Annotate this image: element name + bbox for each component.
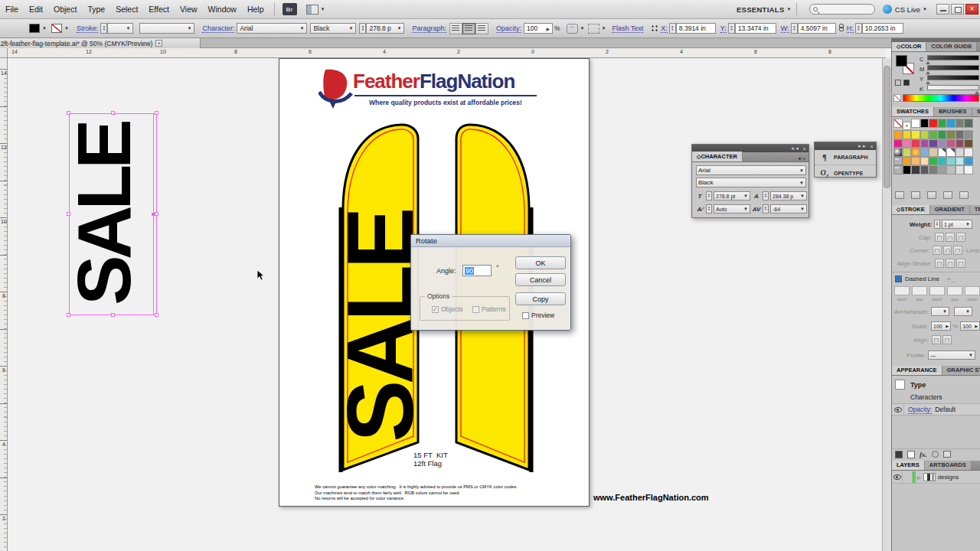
selection-handle[interactable] <box>67 212 70 216</box>
dash-input[interactable] <box>894 286 910 295</box>
opacity-input[interactable]: 100▶ <box>524 23 553 34</box>
channel-slider[interactable] <box>927 75 979 80</box>
char-leading-select[interactable]: 284.38 p▼ <box>770 191 807 201</box>
x-stepper[interactable]: ▲▼ <box>669 23 676 34</box>
h-stepper[interactable]: ▲▼ <box>855 23 862 34</box>
duplicate-item-icon[interactable] <box>943 451 951 458</box>
swatch[interactable] <box>956 119 965 128</box>
color-spectrum-bar[interactable] <box>903 94 979 102</box>
visibility-cell[interactable] <box>892 404 904 415</box>
swatch[interactable] <box>893 139 903 148</box>
font-size-select[interactable]: 278.8 p▼ <box>366 23 404 34</box>
fill-color-swatch[interactable] <box>29 24 40 33</box>
font-style-select[interactable]: Black▼ <box>310 23 356 34</box>
collapse-icon[interactable]: ◄◄ <box>790 146 799 151</box>
align-center-button[interactable] <box>462 23 475 34</box>
char-kerning-stepper[interactable]: ▲▼ <box>706 204 712 214</box>
reference-point-icon[interactable] <box>651 24 659 33</box>
menu-file[interactable]: File <box>0 0 24 19</box>
opacity-label[interactable]: Opacity: <box>496 24 521 33</box>
tab-character[interactable]: CHARACTER <box>692 152 743 161</box>
corner-bevel-button[interactable] <box>953 246 962 255</box>
appearance-opacity-link[interactable]: Opacity: <box>908 406 932 414</box>
char-tracking-stepper[interactable]: ▲▼ <box>763 204 769 214</box>
swatch[interactable] <box>903 139 912 148</box>
gap-input[interactable] <box>912 286 927 295</box>
cap-projecting-button[interactable] <box>956 233 965 242</box>
menu-help[interactable]: Help <box>242 0 270 19</box>
swatch[interactable] <box>946 148 956 157</box>
swatch[interactable] <box>911 130 920 139</box>
h-input[interactable]: 10.2653 in <box>862 23 903 34</box>
cancel-button[interactable]: Cancel <box>515 273 566 286</box>
search-input[interactable] <box>809 4 875 15</box>
new-swatch-icon[interactable] <box>959 191 969 199</box>
swatch[interactable] <box>929 119 938 128</box>
cap-round-button[interactable] <box>946 233 955 242</box>
channel-slider[interactable] <box>927 65 979 70</box>
paragraph-panel-button[interactable]: ¶ PARAGRAPH <box>815 150 876 165</box>
swatch[interactable] <box>911 157 920 166</box>
swatch[interactable] <box>938 165 947 174</box>
arrowhead-end-select[interactable]: ▼ <box>954 307 972 316</box>
tab-appearance[interactable]: APPEARANCE <box>892 366 942 375</box>
swatch[interactable] <box>903 148 912 157</box>
scale-end-input[interactable]: 100▶ <box>960 321 980 331</box>
swatch[interactable] <box>938 157 947 166</box>
close-icon[interactable]: ✕ <box>802 146 806 152</box>
clear-appearance-icon[interactable] <box>932 451 939 458</box>
layer-visibility-toggle[interactable] <box>892 471 903 483</box>
swatch[interactable] <box>929 130 938 139</box>
flash-text-button[interactable]: Flash Text <box>612 24 643 33</box>
swatch[interactable] <box>929 165 938 174</box>
bridge-icon[interactable]: Br <box>283 3 297 15</box>
channel-slider[interactable] <box>927 55 979 60</box>
new-fill-icon[interactable] <box>907 451 915 458</box>
new-effect-icon[interactable]: fx. <box>920 451 927 458</box>
dash-input[interactable] <box>929 286 945 295</box>
w-label[interactable]: W: <box>781 24 789 33</box>
panel-menu-icon[interactable]: ▼≡ <box>797 156 808 161</box>
slider-handle[interactable] <box>926 61 930 64</box>
slider-handle[interactable] <box>926 81 930 84</box>
align-right-button[interactable] <box>475 23 488 34</box>
paragraph-panel-titlebar[interactable]: ►►✕ <box>815 142 876 150</box>
cap-butt-button[interactable] <box>935 233 944 242</box>
vertical-scrollbar[interactable] <box>882 58 891 551</box>
copy-button[interactable]: Copy <box>515 292 566 305</box>
constrain-proportions-icon[interactable] <box>838 24 844 33</box>
profile-select[interactable]: —▼ <box>928 350 975 360</box>
y-label[interactable]: Y: <box>720 24 727 33</box>
swatch[interactable] <box>964 148 973 157</box>
layer-lock-cell[interactable] <box>903 471 913 483</box>
character-label[interactable]: Character: <box>202 24 234 33</box>
swatch[interactable] <box>911 148 920 157</box>
swatch[interactable] <box>920 119 929 128</box>
swatch[interactable] <box>893 130 903 139</box>
menu-object[interactable]: Object <box>48 0 82 19</box>
x-label[interactable]: X: <box>661 24 668 33</box>
swatch[interactable] <box>929 139 938 148</box>
stroke-profile-select[interactable]: ▼ <box>139 23 194 34</box>
close-button[interactable] <box>965 4 978 15</box>
swatch[interactable] <box>920 148 929 157</box>
swatch[interactable] <box>903 157 912 166</box>
corner-round-button[interactable] <box>943 246 952 255</box>
angle-input[interactable]: 90 <box>462 265 492 276</box>
swatch[interactable] <box>946 165 956 174</box>
tab-gradient[interactable]: GRADIENT <box>930 205 970 214</box>
menu-view[interactable]: View <box>175 0 203 19</box>
document-tab[interactable]: 12ft-feather-flag-template.ai* @ 50% (CM… <box>0 38 201 48</box>
color-mode-icon[interactable] <box>895 80 901 86</box>
layer-row[interactable]: ▷designs <box>892 471 980 484</box>
swatch[interactable] <box>911 165 920 174</box>
swatch[interactable] <box>964 119 973 128</box>
preview-checkbox[interactable] <box>522 312 529 319</box>
swatch[interactable] <box>893 165 903 174</box>
swatch[interactable] <box>956 148 965 157</box>
swatch[interactable] <box>938 139 947 148</box>
channel-slider[interactable] <box>927 85 979 90</box>
swatch[interactable] <box>920 130 929 139</box>
char-size-select[interactable]: 278.8 pt▼ <box>714 191 750 201</box>
align-center-stroke-button[interactable] <box>935 259 944 268</box>
